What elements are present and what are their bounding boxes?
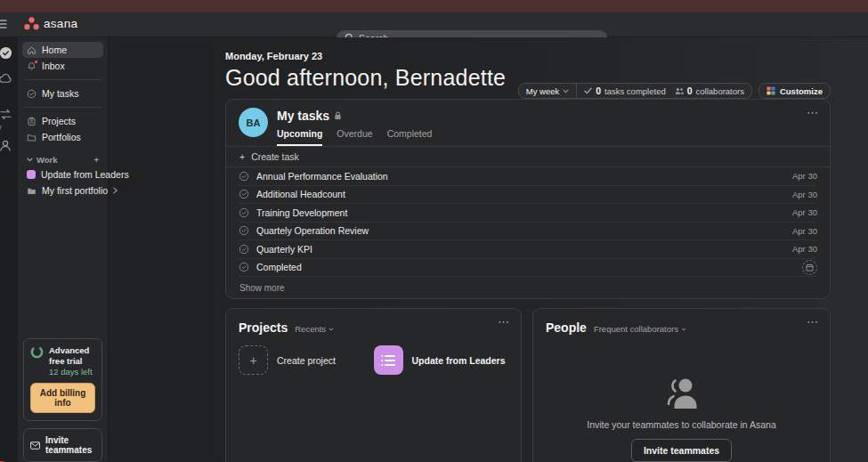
my-tasks-tabs: Upcoming Overdue Completed: [277, 128, 432, 146]
people-widget: ⋯ People Frequent collaborators Invite y…: [532, 308, 831, 462]
task-row[interactable]: Training Development Apr 30: [239, 204, 817, 223]
asana-logo[interactable]: asana: [24, 17, 77, 30]
show-more-link[interactable]: Show more: [226, 277, 830, 299]
task-name: Training Development: [256, 207, 785, 218]
calendar-dashed-icon[interactable]: [802, 260, 817, 275]
left-icon-rail: ork tegy kflow ople +: [0, 37, 18, 462]
sidebar-item-my-tasks[interactable]: My tasks: [22, 85, 103, 101]
home-main-area: Monday, February 23 Good afternoon, Bern…: [109, 37, 868, 462]
project-tile-label: Update from Leaders: [412, 355, 506, 366]
people-silhouette-icon: [659, 377, 705, 409]
sidebar-item-label: My first portfolio: [42, 185, 108, 196]
task-due-date: Apr 30: [792, 226, 817, 236]
trial-card: Advanced free trial 12 days left Add bil…: [23, 338, 102, 421]
sidebar-item-inbox[interactable]: Inbox: [22, 58, 103, 74]
task-check-circle-icon[interactable]: [239, 225, 249, 236]
user-avatar[interactable]: BA: [239, 108, 268, 137]
tasks-completed-label: tasks completed: [604, 86, 666, 96]
home-icon: [27, 45, 37, 55]
task-due-date: Apr 30: [792, 207, 817, 217]
create-task-label: Create task: [251, 151, 299, 162]
tab-upcoming[interactable]: Upcoming: [277, 128, 322, 146]
current-date: Monday, February 23: [225, 51, 831, 61]
hamburger-menu-icon[interactable]: [0, 19, 7, 29]
rail-item-label: ople: [0, 156, 20, 165]
sidebar-item-home[interactable]: Home: [22, 42, 103, 58]
projects-filter-dropdown[interactable]: Recents: [295, 324, 334, 334]
sidebar-item-update-from-leaders[interactable]: Update from Leaders: [22, 166, 103, 182]
filter-label: Frequent collaborators: [594, 324, 678, 334]
person-icon[interactable]: [0, 140, 23, 152]
sidebar-item-label: Portfolios: [42, 132, 81, 142]
collaborators-stat[interactable]: 0 collaborators: [673, 84, 751, 98]
filter-label: Recents: [295, 324, 326, 334]
my-tasks-widget: ⋯ BA My tasks Upcoming Overdue Completed: [225, 99, 831, 299]
widget-title: My tasks: [277, 109, 329, 123]
sidebar-divider: [24, 79, 101, 80]
sidebar-item-projects[interactable]: Projects: [22, 113, 103, 129]
rail-item-label: ork: [0, 61, 20, 69]
trial-title: Advanced free trial: [49, 345, 95, 366]
rail-item-label: tegy: [0, 85, 20, 93]
check-icon: [584, 87, 592, 94]
chevron-right-icon: [113, 187, 118, 194]
project-tile-update-from-leaders[interactable]: Update from Leaders: [374, 345, 509, 375]
sidebar: Home Inbox My tasks Projects Portfolios …: [18, 37, 109, 462]
invite-label: Invite teammates: [45, 435, 95, 455]
sidebar-invite-teammates-button[interactable]: Invite teammates: [23, 428, 102, 462]
folder-icon: [27, 133, 37, 142]
folder-icon: [27, 186, 37, 196]
create-project-button[interactable]: + Create project: [239, 345, 374, 375]
sidebar-section-work[interactable]: Work +: [22, 152, 103, 166]
task-due-date: Apr 30: [792, 244, 817, 254]
my-week-dropdown[interactable]: My week: [519, 84, 576, 98]
task-row[interactable]: Additional Headcount Apr 30: [239, 186, 817, 205]
widget-title: People: [546, 320, 587, 335]
trial-days-left: 12 days left: [49, 367, 95, 377]
task-due-date: Apr 30: [792, 190, 817, 199]
task-check-circle-icon[interactable]: [239, 189, 249, 199]
tab-overdue[interactable]: Overdue: [337, 128, 372, 146]
task-check-circle-icon[interactable]: [239, 207, 249, 218]
clipboard-icon: [27, 117, 37, 126]
customize-label: Customize: [780, 86, 823, 96]
task-row[interactable]: Annual Performance Evaluation Apr 30: [239, 167, 817, 186]
sidebar-item-label: Projects: [42, 116, 76, 126]
task-row[interactable]: Quartely Operation Review Apr 30: [239, 223, 817, 241]
asana-logo-icon: [24, 17, 39, 30]
my-week-label: My week: [526, 86, 559, 96]
sidebar-item-portfolios[interactable]: Portfolios: [22, 129, 103, 145]
more-options-icon[interactable]: ⋯: [807, 316, 819, 328]
task-check-circle-icon[interactable]: [239, 244, 249, 255]
app-header: asana: [0, 12, 868, 37]
task-check-circle-icon[interactable]: [239, 171, 249, 182]
flow-arrows-icon[interactable]: [0, 109, 23, 120]
add-billing-info-button[interactable]: Add billing info: [30, 383, 95, 413]
tab-completed[interactable]: Completed: [387, 128, 433, 146]
customize-button[interactable]: Customize: [758, 83, 831, 99]
sidebar-item-label: Home: [42, 45, 67, 55]
people-filter-dropdown[interactable]: Frequent collaborators: [594, 324, 686, 334]
cloud-icon[interactable]: [0, 73, 23, 84]
project-list-icon: [374, 345, 403, 375]
header-controls: My week 0 tasks completed 0 collaborator…: [518, 83, 831, 99]
task-check-circle-icon[interactable]: [239, 262, 249, 272]
collaborators-icon: [675, 87, 684, 95]
task-due-date: Apr 30: [792, 171, 817, 181]
task-name: Annual Performance Evaluation: [256, 171, 785, 182]
plus-icon: +: [239, 345, 268, 375]
add-project-icon[interactable]: +: [93, 155, 99, 165]
more-options-icon[interactable]: ⋯: [498, 316, 510, 328]
task-row[interactable]: Quarterly KPI Apr 30: [239, 240, 817, 259]
sidebar-divider: [24, 107, 101, 108]
tasks-completed-stat[interactable]: 0 tasks completed: [577, 84, 673, 98]
more-options-icon[interactable]: ⋯: [807, 107, 819, 118]
invite-teammates-button[interactable]: Invite teammates: [631, 439, 732, 462]
badge-check-icon[interactable]: [0, 46, 23, 60]
plus-icon: +: [239, 151, 245, 162]
chevron-down-icon: [681, 328, 686, 331]
sidebar-item-my-first-portfolio[interactable]: My first portfolio: [22, 182, 103, 199]
task-row[interactable]: Completed: [239, 259, 817, 278]
create-project-label: Create project: [277, 355, 336, 366]
create-task-button[interactable]: + Create task: [226, 147, 830, 166]
